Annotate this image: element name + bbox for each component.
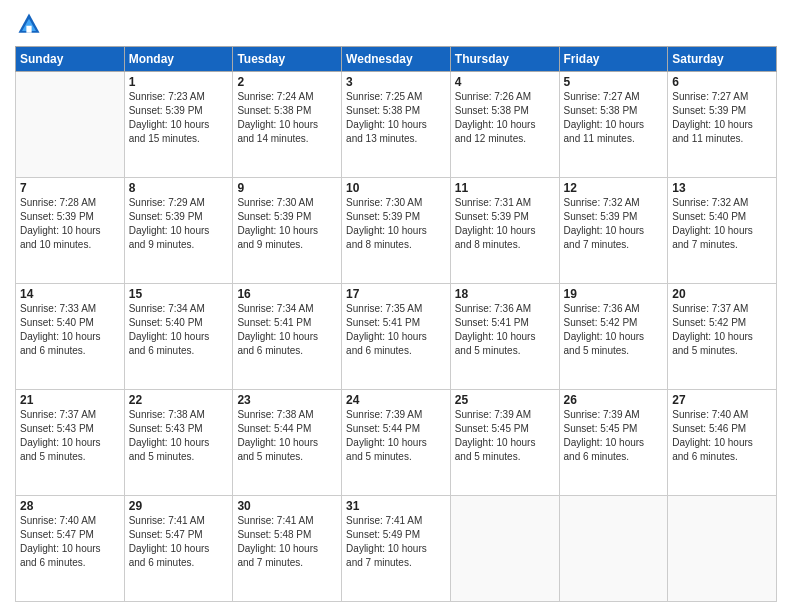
- calendar-cell: 11Sunrise: 7:31 AM Sunset: 5:39 PM Dayli…: [450, 178, 559, 284]
- calendar-cell: 29Sunrise: 7:41 AM Sunset: 5:47 PM Dayli…: [124, 496, 233, 602]
- calendar-cell: 18Sunrise: 7:36 AM Sunset: 5:41 PM Dayli…: [450, 284, 559, 390]
- day-info: Sunrise: 7:41 AM Sunset: 5:49 PM Dayligh…: [346, 514, 446, 570]
- day-info: Sunrise: 7:35 AM Sunset: 5:41 PM Dayligh…: [346, 302, 446, 358]
- calendar-cell: 26Sunrise: 7:39 AM Sunset: 5:45 PM Dayli…: [559, 390, 668, 496]
- day-number: 26: [564, 393, 664, 407]
- calendar-cell: 21Sunrise: 7:37 AM Sunset: 5:43 PM Dayli…: [16, 390, 125, 496]
- day-number: 31: [346, 499, 446, 513]
- weekday-thursday: Thursday: [450, 47, 559, 72]
- day-info: Sunrise: 7:34 AM Sunset: 5:41 PM Dayligh…: [237, 302, 337, 358]
- day-info: Sunrise: 7:23 AM Sunset: 5:39 PM Dayligh…: [129, 90, 229, 146]
- day-number: 2: [237, 75, 337, 89]
- calendar-cell: 15Sunrise: 7:34 AM Sunset: 5:40 PM Dayli…: [124, 284, 233, 390]
- calendar-cell: [559, 496, 668, 602]
- calendar-cell: 20Sunrise: 7:37 AM Sunset: 5:42 PM Dayli…: [668, 284, 777, 390]
- calendar-cell: 25Sunrise: 7:39 AM Sunset: 5:45 PM Dayli…: [450, 390, 559, 496]
- day-number: 22: [129, 393, 229, 407]
- day-info: Sunrise: 7:38 AM Sunset: 5:43 PM Dayligh…: [129, 408, 229, 464]
- calendar-cell: 22Sunrise: 7:38 AM Sunset: 5:43 PM Dayli…: [124, 390, 233, 496]
- weekday-tuesday: Tuesday: [233, 47, 342, 72]
- day-info: Sunrise: 7:39 AM Sunset: 5:45 PM Dayligh…: [564, 408, 664, 464]
- day-info: Sunrise: 7:38 AM Sunset: 5:44 PM Dayligh…: [237, 408, 337, 464]
- day-number: 24: [346, 393, 446, 407]
- weekday-wednesday: Wednesday: [342, 47, 451, 72]
- day-info: Sunrise: 7:36 AM Sunset: 5:41 PM Dayligh…: [455, 302, 555, 358]
- day-info: Sunrise: 7:29 AM Sunset: 5:39 PM Dayligh…: [129, 196, 229, 252]
- day-number: 13: [672, 181, 772, 195]
- calendar-cell: 4Sunrise: 7:26 AM Sunset: 5:38 PM Daylig…: [450, 72, 559, 178]
- weekday-header: SundayMondayTuesdayWednesdayThursdayFrid…: [16, 47, 777, 72]
- calendar-cell: [16, 72, 125, 178]
- calendar-cell: 31Sunrise: 7:41 AM Sunset: 5:49 PM Dayli…: [342, 496, 451, 602]
- day-info: Sunrise: 7:32 AM Sunset: 5:40 PM Dayligh…: [672, 196, 772, 252]
- calendar-cell: 13Sunrise: 7:32 AM Sunset: 5:40 PM Dayli…: [668, 178, 777, 284]
- calendar-cell: 14Sunrise: 7:33 AM Sunset: 5:40 PM Dayli…: [16, 284, 125, 390]
- day-info: Sunrise: 7:32 AM Sunset: 5:39 PM Dayligh…: [564, 196, 664, 252]
- day-info: Sunrise: 7:24 AM Sunset: 5:38 PM Dayligh…: [237, 90, 337, 146]
- calendar-cell: 19Sunrise: 7:36 AM Sunset: 5:42 PM Dayli…: [559, 284, 668, 390]
- week-row-0: 1Sunrise: 7:23 AM Sunset: 5:39 PM Daylig…: [16, 72, 777, 178]
- day-info: Sunrise: 7:36 AM Sunset: 5:42 PM Dayligh…: [564, 302, 664, 358]
- calendar-cell: 3Sunrise: 7:25 AM Sunset: 5:38 PM Daylig…: [342, 72, 451, 178]
- day-number: 23: [237, 393, 337, 407]
- calendar-cell: 9Sunrise: 7:30 AM Sunset: 5:39 PM Daylig…: [233, 178, 342, 284]
- day-number: 18: [455, 287, 555, 301]
- day-info: Sunrise: 7:30 AM Sunset: 5:39 PM Dayligh…: [346, 196, 446, 252]
- week-row-4: 28Sunrise: 7:40 AM Sunset: 5:47 PM Dayli…: [16, 496, 777, 602]
- day-info: Sunrise: 7:39 AM Sunset: 5:44 PM Dayligh…: [346, 408, 446, 464]
- day-number: 16: [237, 287, 337, 301]
- day-number: 12: [564, 181, 664, 195]
- calendar-cell: 7Sunrise: 7:28 AM Sunset: 5:39 PM Daylig…: [16, 178, 125, 284]
- day-info: Sunrise: 7:30 AM Sunset: 5:39 PM Dayligh…: [237, 196, 337, 252]
- day-info: Sunrise: 7:37 AM Sunset: 5:42 PM Dayligh…: [672, 302, 772, 358]
- weekday-monday: Monday: [124, 47, 233, 72]
- calendar-cell: 5Sunrise: 7:27 AM Sunset: 5:38 PM Daylig…: [559, 72, 668, 178]
- day-number: 25: [455, 393, 555, 407]
- calendar-cell: 30Sunrise: 7:41 AM Sunset: 5:48 PM Dayli…: [233, 496, 342, 602]
- calendar-cell: 12Sunrise: 7:32 AM Sunset: 5:39 PM Dayli…: [559, 178, 668, 284]
- calendar-body: 1Sunrise: 7:23 AM Sunset: 5:39 PM Daylig…: [16, 72, 777, 602]
- day-info: Sunrise: 7:25 AM Sunset: 5:38 PM Dayligh…: [346, 90, 446, 146]
- day-number: 7: [20, 181, 120, 195]
- day-number: 15: [129, 287, 229, 301]
- day-info: Sunrise: 7:40 AM Sunset: 5:46 PM Dayligh…: [672, 408, 772, 464]
- day-info: Sunrise: 7:28 AM Sunset: 5:39 PM Dayligh…: [20, 196, 120, 252]
- week-row-1: 7Sunrise: 7:28 AM Sunset: 5:39 PM Daylig…: [16, 178, 777, 284]
- day-info: Sunrise: 7:40 AM Sunset: 5:47 PM Dayligh…: [20, 514, 120, 570]
- day-number: 20: [672, 287, 772, 301]
- day-info: Sunrise: 7:41 AM Sunset: 5:48 PM Dayligh…: [237, 514, 337, 570]
- calendar-cell: [668, 496, 777, 602]
- calendar-cell: 28Sunrise: 7:40 AM Sunset: 5:47 PM Dayli…: [16, 496, 125, 602]
- calendar-cell: 2Sunrise: 7:24 AM Sunset: 5:38 PM Daylig…: [233, 72, 342, 178]
- weekday-friday: Friday: [559, 47, 668, 72]
- calendar-cell: 16Sunrise: 7:34 AM Sunset: 5:41 PM Dayli…: [233, 284, 342, 390]
- day-number: 10: [346, 181, 446, 195]
- day-number: 4: [455, 75, 555, 89]
- day-info: Sunrise: 7:31 AM Sunset: 5:39 PM Dayligh…: [455, 196, 555, 252]
- day-number: 9: [237, 181, 337, 195]
- calendar-cell: 6Sunrise: 7:27 AM Sunset: 5:39 PM Daylig…: [668, 72, 777, 178]
- day-info: Sunrise: 7:37 AM Sunset: 5:43 PM Dayligh…: [20, 408, 120, 464]
- day-number: 5: [564, 75, 664, 89]
- day-number: 11: [455, 181, 555, 195]
- svg-rect-2: [26, 26, 31, 33]
- day-number: 28: [20, 499, 120, 513]
- day-number: 19: [564, 287, 664, 301]
- week-row-2: 14Sunrise: 7:33 AM Sunset: 5:40 PM Dayli…: [16, 284, 777, 390]
- day-info: Sunrise: 7:39 AM Sunset: 5:45 PM Dayligh…: [455, 408, 555, 464]
- weekday-sunday: Sunday: [16, 47, 125, 72]
- calendar-cell: 10Sunrise: 7:30 AM Sunset: 5:39 PM Dayli…: [342, 178, 451, 284]
- calendar-cell: 8Sunrise: 7:29 AM Sunset: 5:39 PM Daylig…: [124, 178, 233, 284]
- day-number: 8: [129, 181, 229, 195]
- day-number: 1: [129, 75, 229, 89]
- calendar-cell: 23Sunrise: 7:38 AM Sunset: 5:44 PM Dayli…: [233, 390, 342, 496]
- week-row-3: 21Sunrise: 7:37 AM Sunset: 5:43 PM Dayli…: [16, 390, 777, 496]
- day-number: 27: [672, 393, 772, 407]
- calendar-cell: [450, 496, 559, 602]
- day-number: 6: [672, 75, 772, 89]
- day-info: Sunrise: 7:33 AM Sunset: 5:40 PM Dayligh…: [20, 302, 120, 358]
- logo-icon: [15, 10, 43, 38]
- day-info: Sunrise: 7:26 AM Sunset: 5:38 PM Dayligh…: [455, 90, 555, 146]
- day-number: 21: [20, 393, 120, 407]
- day-info: Sunrise: 7:27 AM Sunset: 5:38 PM Dayligh…: [564, 90, 664, 146]
